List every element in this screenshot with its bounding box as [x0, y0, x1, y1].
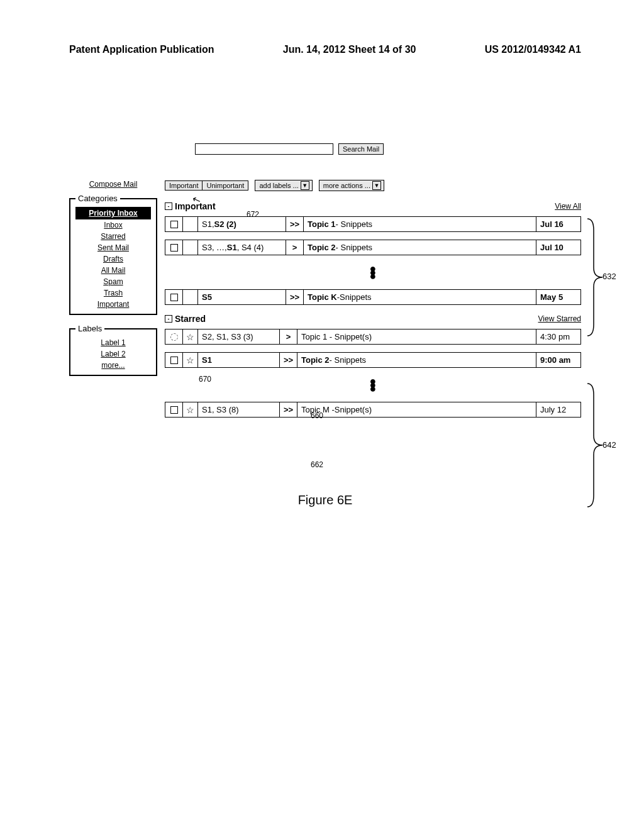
senders: S1, S3 (8)	[198, 402, 280, 417]
sidebar-item-label-1[interactable]: Label 1	[75, 337, 151, 348]
date: 4:30 pm	[536, 329, 580, 344]
date: July 12	[536, 402, 580, 417]
star-icon[interactable]: ☆	[183, 402, 198, 417]
subject-snippet: Topic M -Snippet(s)	[297, 402, 536, 417]
subject-snippet: Topic 1 - Snippet(s)	[297, 329, 536, 344]
sidebar-item-all-mail[interactable]: All Mail	[75, 265, 151, 276]
brace-632: 632	[585, 218, 606, 337]
brace-642: 642	[585, 382, 606, 508]
conversation-row[interactable]: S3, …, S1, S4 (4)>Topic 2 - SnippetsJul …	[165, 240, 581, 255]
senders: S1, S2 (2)	[198, 217, 286, 231]
conversation-row[interactable]: ☆S1>>Topic 2 - Snippets9:00 am	[165, 352, 581, 368]
checkbox[interactable]	[170, 357, 178, 364]
compose-mail-link[interactable]: Compose Mail	[69, 180, 157, 189]
add-labels-label: add labels ...	[259, 182, 298, 189]
vertical-ellipsis-icon: ●●●	[165, 267, 581, 278]
conversation-row[interactable]: S5>>Topic K-SnippetsMay 5	[165, 289, 581, 305]
figure-caption: Figure 6E	[69, 493, 581, 507]
importance-marker[interactable]	[183, 217, 198, 231]
senders: S3, …, S1, S4 (4)	[198, 240, 286, 255]
more-actions-label: more actions ...	[323, 182, 370, 189]
view-all-link[interactable]: View All	[555, 202, 581, 211]
pub-left: Patent Application Publication	[69, 44, 214, 55]
checkbox[interactable]	[170, 333, 178, 341]
importance-chevron-icon: >>	[280, 353, 297, 367]
callout-662: 662	[311, 460, 323, 469]
mark-important-button[interactable]: Important	[165, 180, 202, 191]
labels-legend: Labels	[75, 324, 104, 333]
senders: S2, S1, S3 (3)	[198, 329, 280, 344]
date: May 5	[536, 290, 580, 304]
callout-660: 660	[311, 411, 323, 420]
search-mail-button[interactable]: Search Mail	[338, 143, 384, 155]
pub-center: Jun. 14, 2012 Sheet 14 of 30	[283, 44, 416, 55]
sidebar: Compose Mail Categories Priority Inbox I…	[69, 180, 157, 385]
subject-snippet: Topic 2 - Snippets	[297, 353, 536, 367]
importance-marker[interactable]	[183, 290, 198, 304]
conversation-row[interactable]: ☆S2, S1, S3 (3)>Topic 1 - Snippet(s)4:30…	[165, 329, 581, 345]
date: Jul 10	[536, 240, 580, 255]
senders: S5	[198, 290, 286, 304]
subject-snippet: Topic 2 - Snippets	[304, 240, 536, 255]
section-starred-title[interactable]: - Starred	[165, 314, 206, 324]
callout-670: 670	[199, 375, 211, 384]
star-icon[interactable]: ☆	[183, 353, 198, 367]
chevron-down-icon: ▼	[372, 181, 381, 190]
important-list: S1, S2 (2)>>Topic 1 - SnippetsJul 16S3, …	[165, 216, 581, 305]
importance-chevron-icon: >	[280, 329, 297, 344]
callout-672: 672	[247, 210, 259, 219]
subject-snippet: Topic K-Snippets	[304, 290, 536, 304]
content-area: Important Unimportant add labels ... ▼ m…	[165, 180, 581, 418]
checkbox[interactable]	[170, 221, 178, 228]
chevron-down-icon: ▼	[301, 181, 309, 190]
importance-chevron-icon: >>	[286, 290, 304, 304]
starred-list: ☆S2, S1, S3 (3)>Topic 1 - Snippet(s)4:30…	[165, 329, 581, 418]
star-icon[interactable]: ☆	[183, 329, 198, 344]
sidebar-item-starred[interactable]: Starred	[75, 231, 151, 242]
importance-chevron-icon: >	[286, 240, 304, 255]
sidebar-item-labels-more[interactable]: more...	[75, 360, 151, 371]
categories-group: Categories Priority Inbox Inbox Starred …	[69, 194, 157, 315]
more-actions-dropdown[interactable]: more actions ... ▼	[319, 180, 384, 191]
sidebar-item-spam[interactable]: Spam	[75, 276, 151, 287]
date: 9:00 am	[536, 353, 580, 367]
vertical-ellipsis-icon: ●●●	[165, 379, 581, 390]
importance-toggle: Important Unimportant	[165, 180, 248, 191]
sidebar-item-priority-inbox[interactable]: Priority Inbox	[75, 207, 151, 219]
checkbox[interactable]	[170, 406, 178, 414]
conversation-row[interactable]: S1, S2 (2)>>Topic 1 - SnippetsJul 16	[165, 216, 581, 232]
mark-unimportant-button[interactable]: Unimportant	[202, 180, 248, 191]
sidebar-item-trash[interactable]: Trash	[75, 287, 151, 299]
importance-marker[interactable]	[183, 240, 198, 255]
pub-right: US 2012/0149342 A1	[485, 44, 581, 55]
section-important-title[interactable]: - Important	[165, 201, 216, 211]
importance-chevron-icon: >>	[280, 402, 297, 417]
add-labels-dropdown[interactable]: add labels ... ▼	[255, 180, 312, 191]
view-starred-link[interactable]: View Starred	[538, 314, 581, 323]
sidebar-item-important[interactable]: Important	[75, 299, 151, 310]
search-input[interactable]	[195, 143, 333, 155]
sidebar-item-drafts[interactable]: Drafts	[75, 253, 151, 265]
sidebar-item-inbox[interactable]: Inbox	[75, 219, 151, 231]
categories-legend: Categories	[75, 194, 120, 203]
checkbox[interactable]	[170, 244, 178, 252]
sidebar-item-sent-mail[interactable]: Sent Mail	[75, 242, 151, 253]
sidebar-item-label-2[interactable]: Label 2	[75, 348, 151, 360]
collapse-icon[interactable]: -	[165, 202, 172, 210]
checkbox[interactable]	[170, 294, 178, 301]
senders: S1	[198, 353, 280, 367]
subject-snippet: Topic 1 - Snippets	[304, 217, 536, 231]
conversation-row[interactable]: ☆S1, S3 (8)>>Topic M -Snippet(s)July 12	[165, 402, 581, 418]
collapse-icon[interactable]: -	[165, 315, 172, 323]
labels-group: Labels Label 1 Label 2 more...	[69, 324, 157, 376]
importance-chevron-icon: >>	[286, 217, 304, 231]
date: Jul 16	[536, 217, 580, 231]
